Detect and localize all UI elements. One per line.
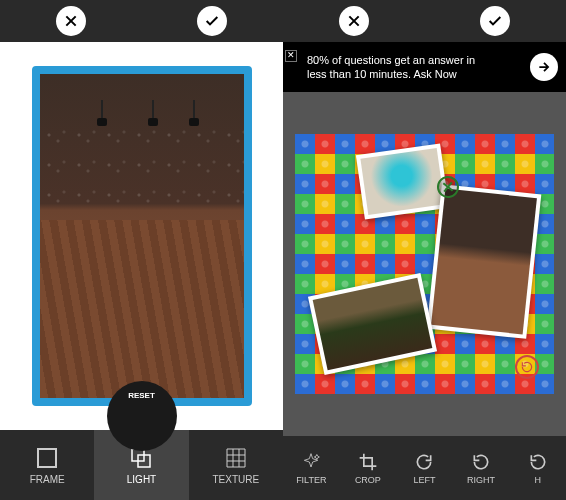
rotate-right-icon [471, 452, 491, 472]
tool-rotate-left[interactable]: LEFT [396, 436, 453, 500]
tool-texture[interactable]: TEXTURE [189, 430, 283, 500]
cancel-button[interactable] [339, 6, 369, 36]
bottom-toolbar: FILTER CROP LEFT RIGHT H [283, 436, 566, 500]
tool-label: H [534, 475, 541, 485]
ad-cta-button[interactable] [530, 53, 558, 81]
collage-background [295, 134, 554, 394]
collage-photo[interactable] [356, 143, 449, 219]
frame-icon [35, 446, 59, 470]
collage-photo[interactable] [308, 273, 437, 375]
top-bar [0, 0, 283, 42]
tool-crop[interactable]: CROP [340, 436, 397, 500]
tool-label: FRAME [30, 474, 65, 485]
tool-label: RIGHT [467, 475, 495, 485]
confirm-button[interactable] [480, 6, 510, 36]
arrow-right-icon [537, 60, 551, 74]
tool-label: LIGHT [127, 474, 156, 485]
svg-rect-0 [38, 449, 56, 467]
reset-button[interactable]: RESET [107, 381, 177, 451]
check-icon [487, 13, 503, 29]
collage-screen: ✕ 80% of questions get an answer in less… [283, 0, 566, 500]
rotate-icon [528, 452, 548, 472]
ad-close-icon[interactable]: ✕ [285, 50, 297, 62]
collage-canvas[interactable] [283, 92, 566, 436]
tool-label: CROP [355, 475, 381, 485]
top-bar [283, 0, 566, 42]
close-icon [346, 13, 362, 29]
preview-canvas[interactable]: RESET [0, 42, 283, 430]
collage-photo[interactable] [427, 184, 542, 339]
ad-banner[interactable]: ✕ 80% of questions get an answer in less… [283, 42, 566, 92]
reset-label: RESET [128, 391, 155, 400]
check-icon [204, 13, 220, 29]
photo-frame [32, 66, 252, 406]
cancel-button[interactable] [56, 6, 86, 36]
texture-icon [224, 446, 248, 470]
tool-filter[interactable]: FILTER [283, 436, 340, 500]
editor-screen-light: RESET FRAME LIGHT TEXTURE [0, 0, 283, 500]
crop-icon [358, 452, 378, 472]
close-icon [63, 13, 79, 29]
rotate-handle-icon[interactable] [515, 355, 539, 379]
tool-frame[interactable]: FRAME [0, 430, 94, 500]
ad-text: 80% of questions get an answer in less t… [307, 53, 487, 82]
photo-content [40, 74, 244, 398]
rotate-left-icon [414, 452, 434, 472]
sparkle-icon [301, 452, 321, 472]
tool-label: LEFT [413, 475, 435, 485]
tool-label: TEXTURE [212, 474, 259, 485]
tool-label: FILTER [296, 475, 326, 485]
confirm-button[interactable] [197, 6, 227, 36]
tool-next[interactable]: H [509, 436, 566, 500]
tool-rotate-right[interactable]: RIGHT [453, 436, 510, 500]
